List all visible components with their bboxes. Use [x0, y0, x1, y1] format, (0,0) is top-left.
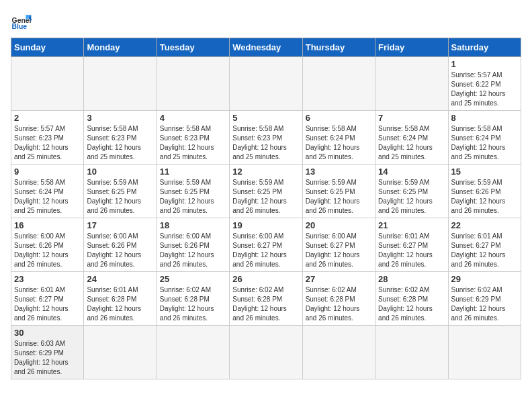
- day-number: 13: [306, 167, 372, 177]
- calendar-cell: 19Sunrise: 6:00 AMSunset: 6:27 PMDayligh…: [230, 218, 302, 272]
- calendar-cell: 26Sunrise: 6:02 AMSunset: 6:28 PMDayligh…: [230, 272, 302, 326]
- calendar-table: SundayMondayTuesdayWednesdayThursdayFrid…: [11, 38, 521, 379]
- calendar-cell: [375, 57, 448, 111]
- day-info: Sunrise: 5:59 AMSunset: 6:25 PMDaylight:…: [232, 178, 299, 216]
- day-number: 5: [232, 113, 299, 123]
- day-number: 30: [14, 328, 81, 338]
- day-info: Sunrise: 5:58 AMSunset: 6:24 PMDaylight:…: [451, 124, 518, 162]
- day-info: Sunrise: 5:59 AMSunset: 6:26 PMDaylight:…: [451, 178, 518, 216]
- day-info: Sunrise: 5:58 AMSunset: 6:24 PMDaylight:…: [306, 124, 372, 162]
- day-info: Sunrise: 6:00 AMSunset: 6:27 PMDaylight:…: [232, 232, 299, 269]
- calendar-cell: 29Sunrise: 6:02 AMSunset: 6:29 PMDayligh…: [448, 272, 521, 326]
- calendar-cell: 30Sunrise: 6:03 AMSunset: 6:29 PMDayligh…: [11, 326, 84, 379]
- day-number: 23: [14, 274, 81, 284]
- day-number: 7: [378, 113, 445, 123]
- day-info: Sunrise: 5:59 AMSunset: 6:25 PMDaylight:…: [160, 178, 226, 216]
- weekday-header: Thursday: [302, 38, 375, 57]
- svg-text:Blue: Blue: [12, 23, 28, 30]
- weekday-header: Saturday: [448, 38, 521, 57]
- weekday-header: Monday: [84, 38, 157, 57]
- weekday-header: Wednesday: [230, 38, 302, 57]
- day-info: Sunrise: 5:58 AMSunset: 6:24 PMDaylight:…: [378, 124, 445, 162]
- calendar-cell: 24Sunrise: 6:01 AMSunset: 6:28 PMDayligh…: [84, 272, 157, 326]
- day-number: 16: [14, 220, 81, 230]
- calendar-cell: 14Sunrise: 5:59 AMSunset: 6:25 PMDayligh…: [375, 165, 448, 218]
- day-number: 28: [378, 274, 445, 284]
- calendar-cell: 1Sunrise: 5:57 AMSunset: 6:22 PMDaylight…: [448, 57, 521, 111]
- day-number: 17: [87, 220, 153, 230]
- calendar-cell: 16Sunrise: 6:00 AMSunset: 6:26 PMDayligh…: [11, 218, 84, 272]
- day-number: 1: [451, 59, 518, 69]
- day-info: Sunrise: 5:58 AMSunset: 6:24 PMDaylight:…: [14, 178, 81, 216]
- calendar-cell: 13Sunrise: 5:59 AMSunset: 6:25 PMDayligh…: [302, 165, 375, 218]
- calendar-cell: [302, 57, 375, 111]
- day-number: 26: [232, 274, 299, 284]
- calendar-cell: 11Sunrise: 5:59 AMSunset: 6:25 PMDayligh…: [157, 165, 229, 218]
- day-info: Sunrise: 6:02 AMSunset: 6:29 PMDaylight:…: [451, 285, 518, 323]
- calendar-cell: 23Sunrise: 6:01 AMSunset: 6:27 PMDayligh…: [11, 272, 84, 326]
- weekday-header: Tuesday: [157, 38, 229, 57]
- calendar-cell: 12Sunrise: 5:59 AMSunset: 6:25 PMDayligh…: [230, 165, 302, 218]
- day-number: 22: [451, 220, 518, 230]
- calendar-row: 2Sunrise: 5:57 AMSunset: 6:23 PMDaylight…: [11, 111, 521, 165]
- day-number: 3: [87, 113, 153, 123]
- day-info: Sunrise: 6:01 AMSunset: 6:27 PMDaylight:…: [14, 285, 81, 323]
- day-info: Sunrise: 5:57 AMSunset: 6:22 PMDaylight:…: [451, 71, 518, 108]
- calendar-row: 16Sunrise: 6:00 AMSunset: 6:26 PMDayligh…: [11, 218, 521, 272]
- day-info: Sunrise: 6:00 AMSunset: 6:27 PMDaylight:…: [306, 232, 372, 269]
- day-info: Sunrise: 6:02 AMSunset: 6:28 PMDaylight:…: [378, 285, 445, 323]
- day-info: Sunrise: 6:00 AMSunset: 6:26 PMDaylight:…: [14, 232, 81, 269]
- day-info: Sunrise: 6:02 AMSunset: 6:28 PMDaylight:…: [306, 285, 372, 323]
- calendar-cell: [84, 326, 157, 379]
- calendar-cell: 7Sunrise: 5:58 AMSunset: 6:24 PMDaylight…: [375, 111, 448, 165]
- calendar-cell: [84, 57, 157, 111]
- calendar-cell: 18Sunrise: 6:00 AMSunset: 6:26 PMDayligh…: [157, 218, 229, 272]
- calendar-cell: [11, 57, 84, 111]
- calendar-cell: 2Sunrise: 5:57 AMSunset: 6:23 PMDaylight…: [11, 111, 84, 165]
- day-info: Sunrise: 5:57 AMSunset: 6:23 PMDaylight:…: [14, 124, 81, 162]
- calendar-row: 30Sunrise: 6:03 AMSunset: 6:29 PMDayligh…: [11, 326, 521, 379]
- calendar-cell: [230, 326, 302, 379]
- day-info: Sunrise: 6:03 AMSunset: 6:29 PMDaylight:…: [14, 339, 81, 377]
- calendar-row: 1Sunrise: 5:57 AMSunset: 6:22 PMDaylight…: [11, 57, 521, 111]
- calendar-cell: 21Sunrise: 6:01 AMSunset: 6:27 PMDayligh…: [375, 218, 448, 272]
- day-number: 27: [306, 274, 372, 284]
- day-number: 8: [451, 113, 518, 123]
- day-number: 2: [14, 113, 81, 123]
- day-info: Sunrise: 6:01 AMSunset: 6:27 PMDaylight:…: [378, 232, 445, 269]
- day-number: 19: [232, 220, 299, 230]
- calendar-cell: 4Sunrise: 5:58 AMSunset: 6:23 PMDaylight…: [157, 111, 229, 165]
- calendar-cell: 10Sunrise: 5:59 AMSunset: 6:25 PMDayligh…: [84, 165, 157, 218]
- weekday-header-row: SundayMondayTuesdayWednesdayThursdayFrid…: [11, 38, 521, 57]
- day-number: 15: [451, 167, 518, 177]
- calendar-cell: 17Sunrise: 6:00 AMSunset: 6:26 PMDayligh…: [84, 218, 157, 272]
- day-info: Sunrise: 6:02 AMSunset: 6:28 PMDaylight:…: [160, 285, 226, 323]
- calendar-cell: [375, 326, 448, 379]
- weekday-header: Friday: [375, 38, 448, 57]
- day-number: 21: [378, 220, 445, 230]
- logo: General Blue: [11, 11, 32, 32]
- day-info: Sunrise: 6:01 AMSunset: 6:27 PMDaylight:…: [451, 232, 518, 269]
- calendar-cell: [157, 57, 229, 111]
- day-info: Sunrise: 5:59 AMSunset: 6:25 PMDaylight:…: [306, 178, 372, 216]
- day-number: 12: [232, 167, 299, 177]
- day-info: Sunrise: 5:58 AMSunset: 6:23 PMDaylight:…: [160, 124, 226, 162]
- day-number: 24: [87, 274, 153, 284]
- calendar-cell: 22Sunrise: 6:01 AMSunset: 6:27 PMDayligh…: [448, 218, 521, 272]
- calendar-cell: 20Sunrise: 6:00 AMSunset: 6:27 PMDayligh…: [302, 218, 375, 272]
- day-info: Sunrise: 5:59 AMSunset: 6:25 PMDaylight:…: [378, 178, 445, 216]
- day-info: Sunrise: 6:00 AMSunset: 6:26 PMDaylight:…: [87, 232, 153, 269]
- calendar-cell: 15Sunrise: 5:59 AMSunset: 6:26 PMDayligh…: [448, 165, 521, 218]
- calendar-cell: [157, 326, 229, 379]
- day-number: 10: [87, 167, 153, 177]
- calendar-cell: 27Sunrise: 6:02 AMSunset: 6:28 PMDayligh…: [302, 272, 375, 326]
- day-info: Sunrise: 5:58 AMSunset: 6:23 PMDaylight:…: [87, 124, 153, 162]
- day-number: 9: [14, 167, 81, 177]
- calendar-cell: [302, 326, 375, 379]
- calendar-row: 23Sunrise: 6:01 AMSunset: 6:27 PMDayligh…: [11, 272, 521, 326]
- day-number: 29: [451, 274, 518, 284]
- day-number: 14: [378, 167, 445, 177]
- day-number: 20: [306, 220, 372, 230]
- calendar-cell: [230, 57, 302, 111]
- calendar-cell: 5Sunrise: 5:58 AMSunset: 6:23 PMDaylight…: [230, 111, 302, 165]
